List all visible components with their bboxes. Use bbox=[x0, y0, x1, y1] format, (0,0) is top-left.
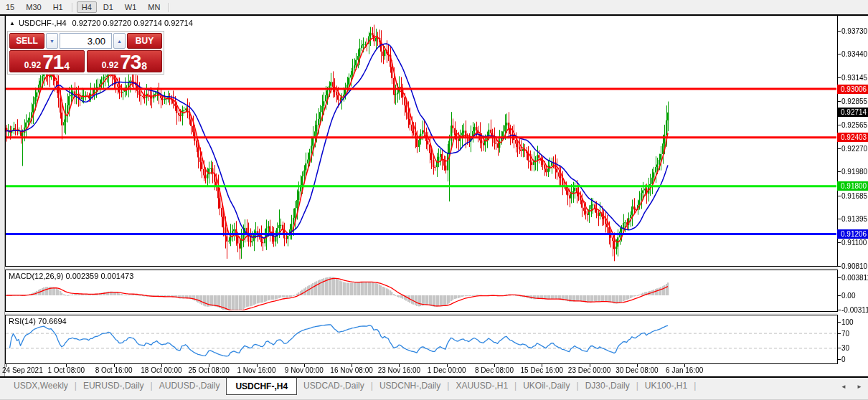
time-axis-label: 8 Dec 08:00 bbox=[475, 366, 514, 374]
tab-usdcnh[interactable]: USDCNH-,Daily bbox=[373, 378, 447, 393]
time-axis-label: 30 Dec 08:00 bbox=[615, 366, 659, 374]
price-tick-label: 0.93145 bbox=[841, 74, 867, 82]
rsi-axis-label: 30 bbox=[841, 344, 849, 352]
tab-ukoil[interactable]: UKOil-,Daily bbox=[516, 378, 576, 393]
macd-axis-label: 0.003811 bbox=[841, 274, 868, 282]
timeframe-button-d1[interactable]: D1 bbox=[98, 1, 118, 13]
tab-scroll-right-icon[interactable]: ► bbox=[857, 384, 862, 390]
price-tick-label: 0.92270 bbox=[841, 144, 867, 152]
chart-tab-bar: USDX,Weekly|EURUSD-,Daily|AUDUSD-,DailyU… bbox=[0, 378, 868, 400]
volume-up-button[interactable]: ▲ bbox=[113, 33, 126, 49]
toolbar-divider bbox=[169, 3, 170, 12]
tab-uk100[interactable]: UK100-,H1 bbox=[638, 378, 694, 393]
timeframe-button-m30[interactable]: M30 bbox=[21, 1, 46, 13]
tab-usdchf[interactable]: USDCHF-,H4 bbox=[226, 377, 297, 395]
rsi-axis-label: 0 bbox=[841, 356, 846, 363]
volume-input[interactable] bbox=[60, 33, 112, 49]
tab-audusd[interactable]: AUDUSD-,Daily bbox=[153, 378, 227, 393]
tab-scroll-left-icon[interactable]: ◄ bbox=[841, 384, 846, 390]
time-axis-label: 24 Sep 2021 bbox=[2, 366, 43, 374]
price-badge: 0.92714 bbox=[837, 108, 868, 117]
price-tick-label: 0.90810 bbox=[841, 262, 867, 270]
mt4-window: 15M30H1H4D1W1MN ▲USDCHF-,H40.92720 0.927… bbox=[0, 0, 868, 400]
price-badge: 0.93006 bbox=[837, 85, 868, 94]
macd-label: MACD(12,26,9) 0.002359 0.001473 bbox=[9, 272, 133, 280]
tab-separator: | bbox=[694, 378, 696, 391]
time-axis-label: 18 Oct 00:00 bbox=[141, 366, 181, 374]
tab-usdx[interactable]: USDX,Weekly bbox=[7, 378, 75, 393]
tab-scroll-arrows: ◄ ► bbox=[832, 384, 862, 390]
time-axis-label: 9 Nov 00:00 bbox=[285, 366, 324, 374]
time-axis-label: 16 Nov 08:00 bbox=[330, 366, 373, 374]
tab-eurusd[interactable]: EURUSD-,Daily bbox=[77, 378, 151, 393]
tab-dj30[interactable]: DJ30-,Daily bbox=[579, 378, 636, 393]
price-tick-label: 0.91685 bbox=[841, 191, 867, 199]
timeframe-button-h4[interactable]: H4 bbox=[77, 1, 97, 13]
chart-ohlc: 0.92720 0.92720 0.92714 0.92714 bbox=[72, 19, 193, 27]
price-tick-label: 0.92855 bbox=[841, 97, 867, 105]
rsi-axis-label: 70 bbox=[841, 329, 849, 337]
time-axis-label: 1 Nov 16:00 bbox=[237, 366, 276, 374]
time-axis-label: 25 Oct 08:00 bbox=[189, 366, 230, 374]
time-axis-label: 6 Jan 16:00 bbox=[666, 366, 703, 374]
timeframe-button-15[interactable]: 15 bbox=[1, 1, 19, 13]
time-axis-label: 15 Dec 16:00 bbox=[521, 366, 564, 374]
rsi-label: RSI(14) 70.6694 bbox=[9, 317, 67, 325]
price-tick-label: 0.93440 bbox=[841, 50, 867, 58]
toolbar-divider bbox=[72, 3, 73, 12]
price-tick-label: 0.92565 bbox=[841, 120, 867, 128]
chart-title: ▲USDCHF-,H40.92720 0.92720 0.92714 0.927… bbox=[9, 19, 193, 27]
buy-price-button[interactable]: 0.92 73 8 bbox=[87, 50, 162, 72]
buy-price-base: 0.92 bbox=[102, 59, 118, 71]
price-tick-label: 0.91395 bbox=[841, 215, 867, 223]
timeframe-button-mn[interactable]: MN bbox=[143, 1, 165, 13]
timeframe-toolbar: 15M30H1H4D1W1MN bbox=[0, 0, 868, 14]
macd-axis-label: -0.003115 bbox=[841, 306, 868, 314]
timeframe-button-w1[interactable]: W1 bbox=[120, 1, 142, 13]
price-tick-label: 0.93730 bbox=[841, 27, 867, 34]
time-axis-label: 23 Nov 16:00 bbox=[378, 366, 421, 374]
time-axis-label: 8 Oct 16:00 bbox=[95, 366, 133, 374]
volume-down-button[interactable]: ▼ bbox=[46, 33, 58, 49]
price-badge: 0.91206 bbox=[837, 229, 868, 239]
timeframe-button-h1[interactable]: H1 bbox=[48, 1, 68, 13]
chart-symbol: USDCHF-,H4 bbox=[19, 19, 67, 27]
rsi-axis-label: 100 bbox=[841, 318, 854, 326]
price-badge: 0.91800 bbox=[837, 181, 868, 191]
sell-price-button[interactable]: 0.92 71 4 bbox=[9, 50, 85, 72]
price-tick-label: 0.91980 bbox=[841, 168, 867, 176]
sell-price-point: 4 bbox=[64, 61, 70, 71]
time-axis-label: 23 Dec 00:00 bbox=[568, 366, 611, 374]
one-click-trading-panel: SELL ▼ ▲ BUY 0.92 71 4 0.92 73 8 bbox=[7, 31, 164, 75]
price-tick-label: 0.91100 bbox=[841, 239, 867, 247]
sell-price-base: 0.92 bbox=[24, 59, 41, 71]
sell-price-pips: 71 bbox=[42, 53, 63, 71]
sell-button[interactable]: SELL bbox=[9, 33, 44, 49]
tab-xauusd[interactable]: XAUUSD-,H1 bbox=[449, 378, 514, 393]
collapse-trade-panel-icon[interactable]: ▲ bbox=[9, 20, 15, 27]
buy-button[interactable]: BUY bbox=[127, 33, 162, 49]
time-axis-label: 1 Dec 00:00 bbox=[428, 366, 466, 374]
macd-axis-label: 0.00 bbox=[841, 292, 855, 300]
price-badge: 0.92403 bbox=[837, 133, 868, 142]
tab-usdcad[interactable]: USDCAD-,Daily bbox=[297, 378, 371, 393]
buy-price-pips: 73 bbox=[120, 53, 141, 71]
time-axis-label: 1 Oct 08:00 bbox=[47, 366, 85, 374]
buy-price-point: 8 bbox=[141, 61, 147, 71]
